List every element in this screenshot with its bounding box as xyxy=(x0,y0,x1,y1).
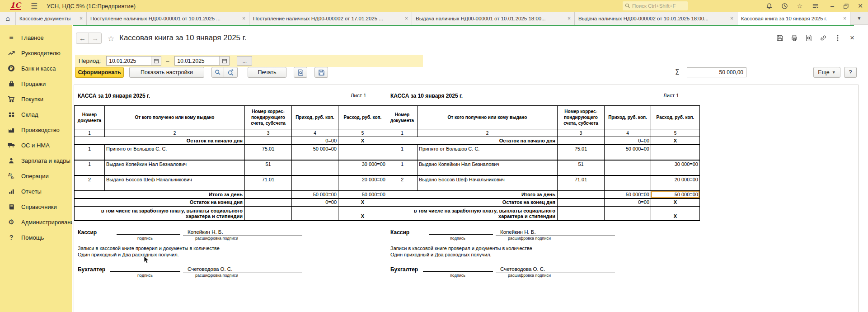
generate-button[interactable]: Сформировать xyxy=(75,67,124,78)
period-from-field[interactable] xyxy=(106,56,161,66)
corr-account[interactable]: 51 xyxy=(245,160,292,175)
column-header[interactable]: Расход, руб. коп. xyxy=(651,106,700,129)
period-to-field[interactable] xyxy=(174,56,230,66)
including-rashod[interactable]: X xyxy=(651,206,700,221)
opening-account[interactable] xyxy=(558,137,605,145)
including-label[interactable]: в том числе на заработную плату, выплаты… xyxy=(75,206,245,221)
column-number[interactable]: 2 xyxy=(418,129,558,137)
closing-prihod[interactable]: 0=00 xyxy=(292,199,338,206)
tab-close-icon[interactable]: × xyxy=(568,15,571,22)
column-number[interactable]: 5 xyxy=(651,129,700,137)
column-header[interactable]: От кого получено или кому выдано xyxy=(418,106,558,129)
doc-number[interactable]: 1 xyxy=(75,145,105,160)
calendar-icon[interactable] xyxy=(151,57,161,65)
closing-rashod[interactable]: X xyxy=(651,199,700,206)
period-variants-button[interactable]: ... xyxy=(237,56,252,66)
including-prihod[interactable] xyxy=(605,206,651,221)
save-icon[interactable] xyxy=(776,34,784,42)
help-button[interactable]: ? xyxy=(844,67,857,78)
sidebar-item-11[interactable]: Справочники xyxy=(0,199,72,214)
tab-5[interactable]: Выдача наличных НД00-000002 от 10.01.202… xyxy=(575,12,737,25)
notifications-bell-icon[interactable] xyxy=(765,2,774,10)
rashod-value[interactable]: 20 000=00 xyxy=(651,175,700,191)
including-account[interactable] xyxy=(558,206,605,221)
sidebar-item-12[interactable]: ⚙Администрирование xyxy=(0,214,72,230)
history-icon[interactable] xyxy=(780,2,789,10)
service-menu-icon[interactable] xyxy=(811,2,820,10)
total-rashod-selected-cell[interactable]: 50 000=00 xyxy=(651,191,700,199)
favorite-star-icon[interactable]: ☆ xyxy=(108,34,114,43)
column-number[interactable]: 4 xyxy=(605,129,651,137)
search-input[interactable] xyxy=(632,3,685,9)
minimize-icon[interactable]: – xyxy=(828,2,837,10)
total-rashod[interactable]: 50 000=00 xyxy=(338,191,387,199)
doc-number[interactable]: 1 xyxy=(387,160,418,175)
sidebar-item-8[interactable]: Зарплата и кадры xyxy=(0,153,72,168)
more-actions-button[interactable]: Еще▼ xyxy=(813,67,840,78)
sidebar-item-7[interactable]: ОС и НМА xyxy=(0,137,72,153)
opening-account[interactable] xyxy=(245,137,292,145)
prihod-value[interactable] xyxy=(292,175,338,191)
rashod-value[interactable]: 30 000=00 xyxy=(651,160,700,175)
column-number[interactable]: 2 xyxy=(105,129,245,137)
closing-account[interactable] xyxy=(245,199,292,206)
closing-balance-label[interactable]: Остаток на конец дня xyxy=(387,199,558,206)
column-header[interactable]: Номер документа xyxy=(75,106,105,129)
column-header[interactable]: Приход, руб. коп. xyxy=(605,106,651,129)
closing-balance-label[interactable]: Остаток на конец дня xyxy=(75,199,245,206)
tab-home[interactable]: ⌂ xyxy=(0,12,16,25)
close-window-icon[interactable]: ✕ xyxy=(856,2,865,10)
back-button[interactable]: ← xyxy=(76,33,89,44)
column-number[interactable]: 1 xyxy=(387,129,418,137)
opening-prihod[interactable]: 0=00 xyxy=(605,137,651,145)
show-settings-button[interactable]: Показать настройки xyxy=(129,67,204,78)
find-button[interactable] xyxy=(211,67,224,78)
prihod-value[interactable]: 50 000=00 xyxy=(605,145,651,160)
autosum-value[interactable] xyxy=(687,67,746,77)
doc-description[interactable]: Принято от Большов С. С. xyxy=(418,145,558,160)
rashod-value[interactable]: 20 000=00 xyxy=(338,175,387,191)
tab-2[interactable]: Поступление наличных НД00-000001 от 10.0… xyxy=(87,12,249,25)
sidebar-item-9[interactable]: ДтКтОперации xyxy=(0,168,72,184)
closing-rashod[interactable]: X xyxy=(338,199,387,206)
opening-prihod[interactable]: 0=00 xyxy=(292,137,338,145)
sidebar-item-6[interactable]: Производство xyxy=(0,122,72,137)
total-account[interactable] xyxy=(558,191,605,199)
period-from-input[interactable] xyxy=(107,57,151,65)
prihod-value[interactable] xyxy=(605,160,651,175)
tab-6[interactable]: Кассовая книга за 10 января 2025 г.× xyxy=(737,12,850,25)
prihod-value[interactable] xyxy=(292,160,338,175)
doc-number[interactable]: 1 xyxy=(387,145,418,160)
prihod-value[interactable]: 50 000=00 xyxy=(292,145,338,160)
forward-button[interactable]: → xyxy=(89,33,102,44)
sidebar-item-10[interactable]: Отчеты xyxy=(0,184,72,199)
column-number[interactable]: 3 xyxy=(245,129,292,137)
opening-balance-label[interactable]: Остаток на начало дня xyxy=(75,137,245,145)
restore-window-icon[interactable] xyxy=(841,2,850,10)
tab-close-icon[interactable]: × xyxy=(405,15,408,22)
save-result-button[interactable] xyxy=(314,67,328,78)
total-prihod[interactable]: 50 000=00 xyxy=(605,191,651,199)
doc-description[interactable]: Выдано Копейкин Нал Безналович xyxy=(418,160,558,175)
close-form-icon[interactable]: × xyxy=(848,34,856,42)
column-header[interactable]: От кого получено или кому выдано xyxy=(105,106,245,129)
including-prihod[interactable] xyxy=(292,206,338,221)
opening-rashod[interactable]: X xyxy=(651,137,700,145)
closing-account[interactable] xyxy=(558,199,605,206)
including-rashod[interactable]: X xyxy=(338,206,387,221)
print-icon[interactable] xyxy=(790,34,798,42)
tab-1[interactable]: Кассовые документы× xyxy=(16,12,87,25)
column-header[interactable]: Расход, руб. коп. xyxy=(338,106,387,129)
sidebar-item-3[interactable]: Продажи xyxy=(0,76,72,91)
column-header[interactable]: Номер коррес- пондирующего счета, субсче… xyxy=(558,106,605,129)
column-number[interactable]: 3 xyxy=(558,129,605,137)
tab-close-icon[interactable]: × xyxy=(843,15,846,22)
prihod-value[interactable] xyxy=(605,175,651,191)
corr-account[interactable]: 51 xyxy=(558,160,605,175)
total-label[interactable]: Итого за день xyxy=(75,191,245,199)
tab-close-icon[interactable]: × xyxy=(80,15,83,22)
preview-icon[interactable] xyxy=(805,34,813,42)
closing-prihod[interactable]: 0=00 xyxy=(605,199,651,206)
including-label[interactable]: в том числе на заработную плату, выплаты… xyxy=(387,206,558,221)
column-header[interactable]: Номер документа xyxy=(387,106,418,129)
